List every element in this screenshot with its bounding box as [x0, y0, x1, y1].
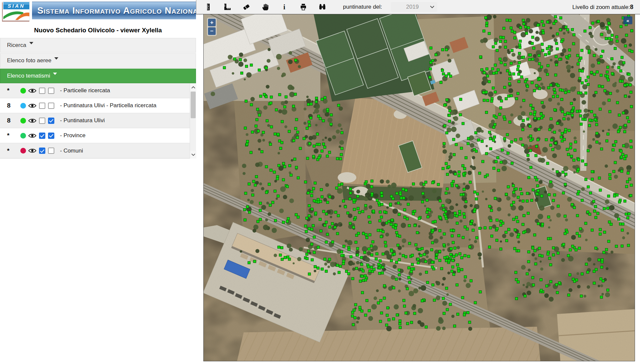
layer-scale-indicator: 8 [7, 102, 20, 109]
sidebar: SIAN Sistema Informativo Agricolo Nazion… [0, 0, 196, 364]
eye-icon[interactable] [28, 148, 36, 154]
print-icon[interactable] [299, 2, 308, 12]
eye-icon[interactable] [28, 103, 36, 109]
layer-label: - Particelle ricercata [60, 87, 110, 94]
layer-checkbox-2[interactable] [48, 88, 54, 94]
layer-checkbox-2[interactable] [48, 103, 54, 109]
binoculars-search-icon[interactable] [318, 2, 327, 12]
sian-logo-graphic: SIAN [3, 1, 30, 21]
panel-elenco-tematismi[interactable]: Elenco tematismi [0, 69, 196, 83]
layer-row-particelle-ricercata: * - Particelle ricercata [0, 83, 196, 98]
zoom-level-indicator: Livello di zoom attuale:8 [572, 4, 635, 11]
scroll-up-icon[interactable] [190, 83, 196, 91]
layer-color-dot [20, 133, 26, 139]
sidebar-panels: Ricerca Elenco foto aeree Elenco tematis… [0, 38, 196, 84]
layer-checkbox-1[interactable] [39, 148, 45, 154]
layer-row-province: * - Province [0, 128, 196, 143]
layer-color-dot [20, 118, 26, 124]
layer-color-dot [20, 103, 26, 109]
year-select-value: 2019 [406, 4, 419, 10]
eye-icon[interactable] [28, 133, 36, 139]
layer-row-comuni: * - Comuni [0, 143, 196, 158]
panel-elenco-foto-aeree[interactable]: Elenco foto aeree [0, 53, 196, 68]
layer-checkbox-2[interactable] [48, 148, 54, 154]
info-icon[interactable]: i [280, 2, 289, 12]
layer-list-scrollbar[interactable] [190, 83, 196, 159]
pan-hand-icon[interactable] [261, 2, 270, 12]
layer-scale-indicator: * [7, 132, 20, 139]
zoom-out-button[interactable]: − [208, 27, 216, 35]
zoom-level-value: 8 [630, 4, 633, 10]
svg-text:i: i [283, 3, 285, 11]
eye-icon[interactable] [28, 88, 36, 94]
layer-scale-indicator: 8 [7, 117, 20, 124]
layer-label: - Puntinatura Ulivi - Particella ricerca… [60, 102, 156, 109]
zoom-in-button[interactable]: + [208, 19, 216, 26]
aerial-imagery [204, 14, 635, 361]
panel-foto-label: Elenco foto aeree [7, 57, 51, 64]
sidebar-collapse-button[interactable]: « [623, 16, 632, 24]
banner-title: Sistema Informativo Agricolo Nazionale [37, 6, 207, 16]
eye-icon[interactable] [28, 118, 36, 124]
layer-checkbox-1[interactable] [39, 88, 45, 94]
app-banner: Sistema Informativo Agricolo Nazionale [32, 2, 196, 19]
page-title: Nuovo Schedario Olivicolo - viewer Xylel… [0, 27, 196, 34]
map-canvas[interactable]: + − « [203, 14, 635, 361]
layer-checkbox-1[interactable] [39, 133, 45, 139]
zoom-level-label: Livello di zoom attuale: [572, 4, 630, 10]
layer-checkbox-1[interactable] [39, 103, 45, 109]
map-zoom-control: + − [207, 18, 217, 36]
layer-label: - Puntinatura Ulivi [60, 117, 105, 124]
measure-ruler-icon[interactable] [204, 2, 213, 12]
layer-label: - Comuni [60, 148, 83, 154]
layer-label: - Province [60, 132, 86, 139]
scroll-down-icon[interactable] [190, 151, 196, 159]
panel-tematismi-label: Elenco tematismi [7, 73, 50, 79]
layer-checkbox-2[interactable] [48, 133, 54, 139]
tool-buttons: i [204, 2, 327, 12]
panel-ricerca-label: Ricerca [7, 42, 26, 48]
layer-scale-indicator: * [7, 147, 20, 155]
sian-logo-text: SIAN [8, 3, 25, 9]
chevron-down-icon [430, 6, 434, 8]
scrollbar-thumb[interactable] [191, 92, 196, 118]
noise-overlay [204, 14, 635, 361]
measure-area-ruler-square-icon[interactable] [223, 2, 232, 12]
layer-color-dot [20, 148, 26, 154]
layer-row-puntinatura-ulivi: 8 - Puntinatura Ulivi [0, 113, 196, 128]
layer-checkbox-2[interactable] [48, 118, 54, 124]
chevron-down-icon [54, 57, 58, 62]
sian-logo: SIAN [3, 1, 30, 21]
year-select[interactable]: 2019 [391, 2, 437, 12]
panel-ricerca[interactable]: Ricerca [0, 38, 196, 53]
chevron-down-icon [53, 73, 57, 77]
layer-color-dot [20, 88, 26, 94]
chevron-down-icon [29, 42, 33, 46]
eraser-icon[interactable] [242, 2, 251, 12]
map-toolbar: i puntinature del: 2019 Livello di zoom … [196, 0, 640, 14]
layer-list: * - Particelle ricercata 8 - Puntinatura… [0, 83, 196, 159]
layer-row-puntinatura-particella: 8 - Puntinatura Ulivi - Particella ricer… [0, 98, 196, 113]
layer-checkbox-1[interactable] [39, 118, 45, 124]
year-select-label: puntinature del: [343, 4, 382, 10]
layer-scale-indicator: * [7, 87, 20, 94]
